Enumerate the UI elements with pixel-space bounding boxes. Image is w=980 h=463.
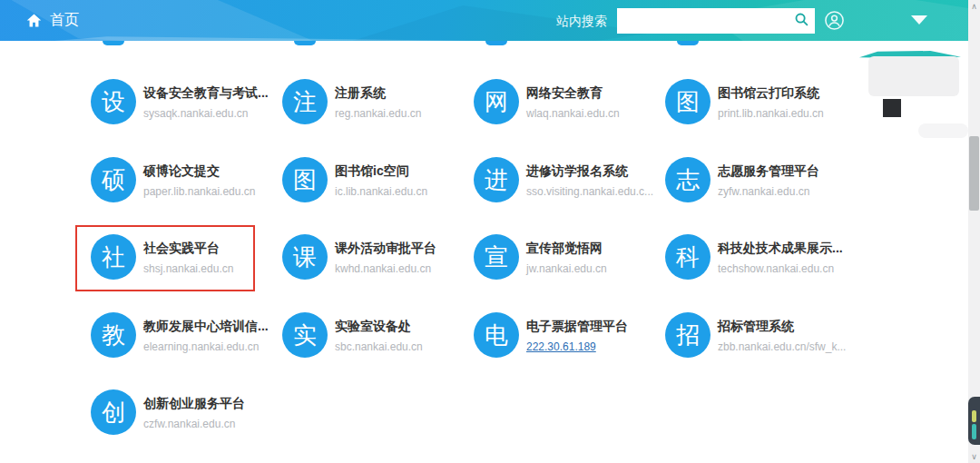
chevron-down-icon[interactable] [911,15,927,25]
app-item[interactable]: 图 图书馆云打印系统 print.lib.nankai.edu.cn [665,79,857,157]
app-item[interactable]: 电 电子票据管理平台 222.30.61.189 [474,312,665,390]
clipped-badge-icon [677,41,699,45]
app-text: 教师发展中心培训信... elearning.nankai.edu.cn [143,312,269,353]
widget-bar-yellow [972,410,976,422]
app-title: 进修访学报名系统 [526,163,653,180]
app-badge-icon: 社 [91,234,136,280]
app-text: 网络安全教育 wlaq.nankai.edu.cn [526,79,620,120]
app-text: 图书馆云打印系统 print.lib.nankai.edu.cn [718,79,824,120]
home-label: 首页 [50,11,79,30]
app-text: 招标管理系统 zbb.nankai.edu.cn/sfw_k... [718,312,846,353]
app-url: ic.lib.nankai.edu.cn [335,185,427,198]
app-badge-char: 宣 [485,245,508,269]
top-navbar: 首页 站内搜索 [0,0,980,41]
app-title: 硕博论文提交 [143,163,255,180]
app-badge-char: 电 [485,323,508,347]
portal-page: 首页 站内搜索 [0,0,980,463]
app-badge-icon: 实 [282,312,328,358]
app-badge-char: 科 [676,245,700,269]
search-icon [794,12,809,30]
app-text: 创新创业服务平台 czfw.nankai.edu.cn [143,389,245,430]
app-badge-icon: 电 [474,312,519,358]
app-title: 宣传部觉悟网 [526,241,607,257]
app-item[interactable]: 招 招标管理系统 zbb.nankai.edu.cn/sfw_k... [665,312,857,390]
app-badge-icon: 宣 [474,234,519,280]
app-url: print.lib.nankai.edu.cn [718,107,824,120]
app-title: 志愿服务管理平台 [718,163,819,180]
clipped-badge-icon [294,41,316,45]
app-item[interactable]: 科 科技处技术成果展示... techshow.nankai.edu.cn [665,234,857,312]
user-account-icon [824,18,845,34]
app-item[interactable]: 注 注册系统 reg.nankai.edu.cn [282,79,474,157]
account-button[interactable] [824,10,845,31]
app-url: czfw.nankai.edu.cn [143,418,245,430]
app-badge-char: 图 [293,168,317,192]
app-item[interactable]: 志 志愿服务管理平台 zyfw.nankai.edu.cn [665,157,857,235]
app-title: 网络安全教育 [526,85,620,102]
app-title: 注册系统 [335,85,421,102]
app-item[interactable]: 课 课外活动审批平台 kwhd.nankai.edu.cn [282,234,474,312]
app-badge-char: 硕 [102,168,125,192]
app-item[interactable]: 实 实验室设备处 sbc.nankai.edu.cn [282,312,474,390]
app-item[interactable]: 设 设备安全教育与考试... sysaqk.nankai.edu.cn [91,79,282,157]
app-url: reg.nankai.edu.cn [335,107,421,120]
app-item[interactable]: 社 社会实践平台 shsj.nankai.edu.cn [91,234,282,312]
app-url: kwhd.nankai.edu.cn [335,262,436,275]
app-text: 课外活动审批平台 kwhd.nankai.edu.cn [335,234,436,275]
app-badge-char: 课 [293,245,317,269]
app-url: paper.lib.nankai.edu.cn [143,185,255,198]
app-title: 创新创业服务平台 [143,396,245,412]
home-icon [26,13,42,28]
app-text: 设备安全教育与考试... sysaqk.nankai.edu.cn [143,79,269,120]
app-badge-icon: 注 [282,79,328,124]
app-text: 社会实践平台 shsj.nankai.edu.cn [143,234,233,275]
app-badge-char: 招 [676,323,700,347]
app-badge-char: 注 [293,90,317,113]
app-badge-icon: 志 [665,157,710,202]
app-badge-char: 教 [102,323,125,347]
app-url: zbb.nankai.edu.cn/sfw_k... [718,340,846,353]
app-item[interactable]: 网 网络安全教育 wlaq.nankai.edu.cn [474,79,665,157]
scrollbar-thumb[interactable] [969,136,979,211]
docked-side-widget[interactable] [968,397,980,445]
vertical-scrollbar[interactable]: ∧ ∨ [968,0,980,463]
app-url: techshow.nankai.edu.cn [718,262,843,275]
overlay-artifact-box [868,56,959,96]
app-title: 社会实践平台 [143,241,233,257]
app-text: 图书馆ic空间 ic.lib.nankai.edu.cn [335,157,427,198]
overlay-artifact-tail [918,123,968,138]
app-badge-char: 实 [293,323,317,347]
app-url[interactable]: 222.30.61.189 [526,340,628,353]
clipped-badge-icon [485,41,507,45]
app-grid: 设 设备安全教育与考试... sysaqk.nankai.edu.cn 注 注册… [91,79,857,463]
search-input[interactable] [617,8,788,34]
app-text: 科技处技术成果展示... techshow.nankai.edu.cn [718,234,843,275]
app-text: 注册系统 reg.nankai.edu.cn [335,79,421,120]
app-title: 教师发展中心培训信... [143,319,269,335]
app-item[interactable]: 创 创新创业服务平台 czfw.nankai.edu.cn [91,389,282,463]
scroll-up-icon[interactable]: ∧ [968,0,980,13]
app-item[interactable]: 宣 宣传部觉悟网 jw.nankai.edu.cn [474,234,665,312]
scroll-down-icon[interactable]: ∨ [968,450,980,463]
app-badge-icon: 创 [91,389,136,435]
app-item[interactable]: 进 进修访学报名系统 sso.visiting.nankai.edu.c... [474,157,665,235]
home-nav-item[interactable]: 首页 [26,11,79,30]
app-item[interactable]: 教 教师发展中心培训信... elearning.nankai.edu.cn [91,312,282,390]
search-button[interactable] [788,8,815,34]
app-badge-icon: 招 [665,312,710,358]
app-badge-char: 进 [485,168,508,192]
app-item[interactable]: 图 图书馆ic空间 ic.lib.nankai.edu.cn [282,157,474,235]
app-text: 实验室设备处 sbc.nankai.edu.cn [335,312,423,353]
app-badge-icon: 图 [665,79,710,124]
app-url: sbc.nankai.edu.cn [335,340,423,353]
app-title: 课外活动审批平台 [335,241,436,257]
app-text: 进修访学报名系统 sso.visiting.nankai.edu.c... [526,157,653,198]
app-badge-char: 网 [485,90,508,113]
app-item[interactable]: 硕 硕博论文提交 paper.lib.nankai.edu.cn [91,157,282,235]
app-title: 科技处技术成果展示... [718,241,843,257]
app-url: sysaqk.nankai.edu.cn [143,107,269,120]
app-badge-icon: 网 [474,79,519,124]
app-badge-icon: 设 [91,79,136,124]
widget-bar-teal [972,424,976,439]
app-url: shsj.nankai.edu.cn [143,262,233,275]
